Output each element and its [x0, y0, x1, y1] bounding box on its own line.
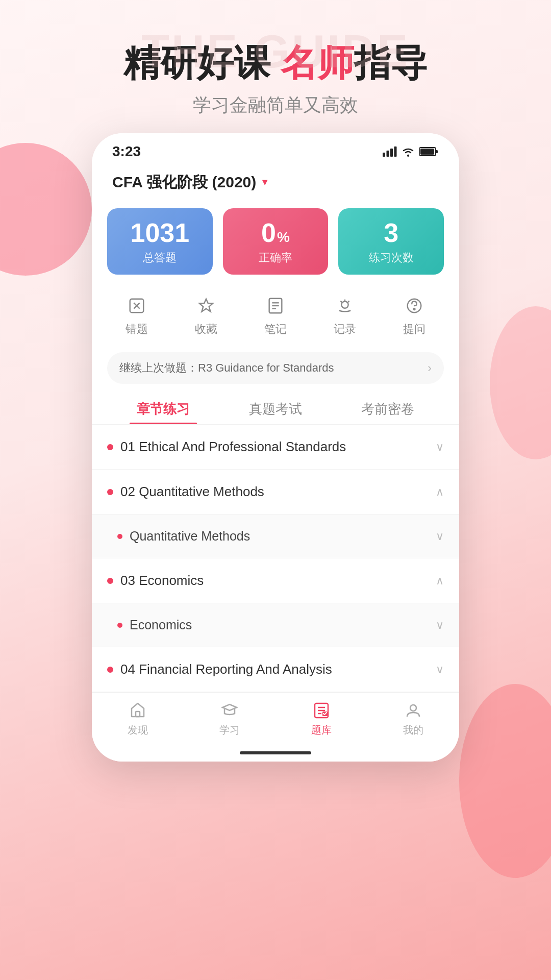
- title-part2: 指导: [354, 42, 428, 83]
- toolbar-label-error: 错题: [126, 322, 148, 337]
- chapter-dot-02-sub1: [117, 534, 122, 539]
- app-header[interactable]: CFA 强化阶段 (2020) ▼: [92, 165, 459, 198]
- toolbar-label-record: 记录: [334, 322, 356, 337]
- nav-label-discover: 发现: [128, 723, 148, 737]
- continue-arrow-icon: ›: [428, 361, 432, 375]
- stat-number-total: 1031: [130, 219, 189, 246]
- svg-point-21: [414, 309, 415, 310]
- stat-card-accuracy[interactable]: 0 % 正确率: [223, 208, 329, 275]
- continue-text: 继续上次做题：R3 Guidance for Standards: [119, 360, 334, 376]
- tabs-row: 章节练习 真题考试 考前密卷: [92, 392, 459, 425]
- svg-line-19: [340, 301, 342, 303]
- toolbar-item-record[interactable]: 记录: [332, 293, 358, 337]
- chapter-title-01: 01 Ethical And Professional Standards: [120, 439, 346, 455]
- svg-point-16: [341, 302, 348, 308]
- chapter-arrow-04: ∨: [436, 663, 444, 676]
- study-icon: [219, 700, 240, 721]
- nav-item-study[interactable]: 学习: [184, 700, 276, 737]
- stat-label-total: 总答题: [143, 250, 177, 265]
- tab-chapter-practice[interactable]: 章节练习: [107, 392, 219, 424]
- stat-label-accuracy: 正确率: [259, 250, 292, 265]
- chapter-dot-03: [107, 578, 113, 584]
- chapter-title-03: 03 Economics: [120, 573, 204, 589]
- tab-real-exam[interactable]: 真题考试: [219, 392, 332, 424]
- svg-rect-0: [383, 153, 385, 157]
- svg-rect-1: [387, 151, 389, 157]
- stat-unit-accuracy: %: [277, 229, 290, 246]
- toolbar-item-error[interactable]: 错题: [124, 293, 149, 337]
- tab-pre-exam[interactable]: 考前密卷: [332, 392, 444, 424]
- chapter-arrow-02-sub1: ∨: [436, 530, 444, 543]
- phone-mockup: 3:23: [92, 133, 459, 762]
- svg-rect-3: [394, 146, 397, 157]
- svg-rect-2: [390, 149, 393, 157]
- status-icons: [383, 146, 439, 157]
- chapter-dot-02: [107, 489, 113, 495]
- status-time: 3:23: [112, 143, 141, 160]
- svg-rect-6: [436, 150, 438, 153]
- chapter-row-02[interactable]: 02 Quantitative Methods ∧: [92, 470, 459, 514]
- nav-label-quiz: 题库: [311, 723, 332, 737]
- chapter-row-03[interactable]: 03 Economics ∧: [92, 558, 459, 603]
- continue-bar[interactable]: 继续上次做题：R3 Guidance for Standards ›: [107, 352, 444, 384]
- stat-card-practice[interactable]: 3 练习次数: [338, 208, 444, 275]
- stat-number-accuracy: 0: [261, 219, 276, 246]
- nav-label-profile: 我的: [403, 723, 423, 737]
- chapter-title-02: 02 Quantitative Methods: [120, 484, 264, 500]
- stat-label-practice: 练习次数: [369, 250, 414, 265]
- chapter-row-01[interactable]: 01 Ethical And Professional Standards ∨: [92, 425, 459, 470]
- header-subtitle: 学习金融简单又高效: [0, 93, 551, 118]
- question-icon: [402, 293, 427, 318]
- chapter-title-03-sub1: Economics: [130, 618, 192, 632]
- battery-icon: [419, 146, 439, 157]
- chapter-title-02-sub1: Quantitative Methods: [130, 529, 250, 544]
- chapter-dot-03-sub1: [117, 623, 122, 628]
- header-area: THE GUIDE 精研好课 名师指导 学习金融简单又高效: [0, 0, 551, 133]
- nav-item-profile[interactable]: 我的: [367, 700, 459, 737]
- toolbar-item-favorite[interactable]: 收藏: [193, 293, 219, 337]
- toolbar-item-question[interactable]: 提问: [402, 293, 427, 337]
- signal-icon: [383, 146, 397, 157]
- wifi-icon: [401, 146, 415, 157]
- chapter-list: 01 Ethical And Professional Standards ∨ …: [92, 425, 459, 692]
- profile-icon: [403, 700, 424, 721]
- chapter-row-02-sub1[interactable]: Quantitative Methods ∨: [92, 514, 459, 558]
- icon-toolbar: 错题 收藏 笔记: [92, 285, 459, 347]
- toolbar-item-note[interactable]: 笔记: [263, 293, 288, 337]
- nav-label-study: 学习: [219, 723, 240, 737]
- chapter-dot-04: [107, 667, 113, 673]
- bottom-nav: 发现 学习: [92, 692, 459, 747]
- error-icon: [124, 293, 149, 318]
- svg-marker-11: [199, 299, 213, 312]
- chapter-row-04[interactable]: 04 Financial Reporting And Analysis ∨: [92, 647, 459, 692]
- chapter-arrow-03: ∧: [436, 574, 444, 587]
- nav-item-quiz[interactable]: 题库: [276, 700, 367, 737]
- status-bar: 3:23: [92, 133, 459, 165]
- phone-wrapper: 3:23: [0, 133, 551, 762]
- title-part1: 精研好课: [123, 42, 281, 83]
- star-icon: [193, 293, 219, 318]
- svg-rect-7: [420, 149, 434, 155]
- stats-row: 1031 总答题 0 % 正确率 3 练习次数: [92, 198, 459, 285]
- chapter-row-03-sub1[interactable]: Economics ∨: [92, 603, 459, 647]
- svg-rect-22: [136, 712, 140, 717]
- chapter-arrow-02: ∧: [436, 485, 444, 499]
- header-title: 精研好课 名师指导: [0, 41, 551, 85]
- chapter-dot-01: [107, 444, 113, 450]
- note-icon: [263, 293, 288, 318]
- svg-line-18: [348, 301, 349, 303]
- toolbar-label-favorite: 收藏: [195, 322, 217, 337]
- svg-point-28: [410, 705, 416, 711]
- chapter-arrow-03-sub1: ∨: [436, 619, 444, 632]
- toolbar-label-note: 笔记: [264, 322, 287, 337]
- title-highlight: 名师: [281, 42, 354, 83]
- stat-number-practice: 3: [384, 219, 398, 246]
- nav-item-discover[interactable]: 发现: [92, 700, 184, 737]
- app-title: CFA 强化阶段 (2020): [112, 172, 256, 193]
- home-indicator: [92, 747, 459, 762]
- record-icon: [332, 293, 358, 318]
- home-bar: [240, 751, 311, 754]
- toolbar-label-question: 提问: [403, 322, 425, 337]
- dropdown-arrow-icon[interactable]: ▼: [260, 177, 269, 188]
- stat-card-total[interactable]: 1031 总答题: [107, 208, 213, 275]
